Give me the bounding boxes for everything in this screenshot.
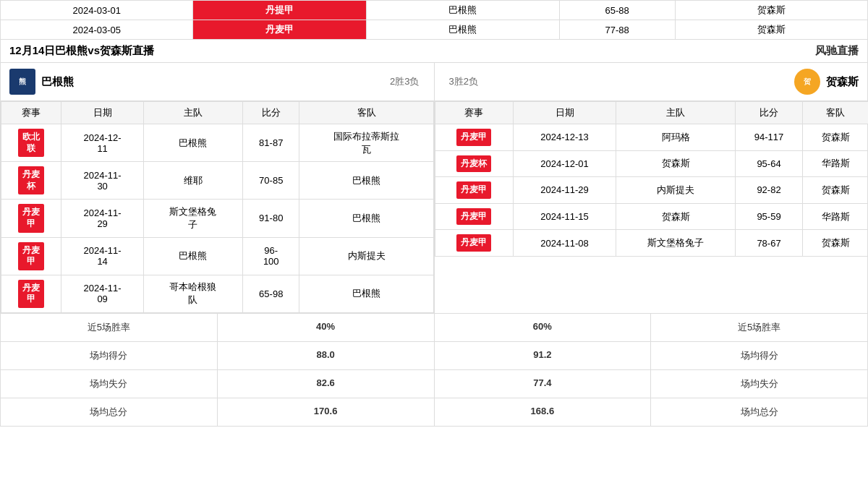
left-team-name: 巴根熊 xyxy=(41,75,74,89)
col-league: 赛事 xyxy=(1,102,61,124)
stats-value-left-avgscore: 88.0 xyxy=(218,342,435,369)
stats-section: 近5场胜率 40% 60% 近5场胜率 场均得分 88.0 91.2 场均得分 … xyxy=(0,314,868,427)
table-row: 丹麦甲 2024-11-09 哥本哈根狼队 65-98 巴根熊 xyxy=(1,275,434,312)
col-date: 日期 xyxy=(513,102,616,124)
away-cell: 巴根熊 xyxy=(299,162,434,200)
date-cell: 2024-11-14 xyxy=(61,237,143,275)
league-badge-cell: 丹麦甲 xyxy=(435,124,514,151)
stats-label-right-avgconcede: 场均失分 xyxy=(651,370,867,398)
stats-label-left-avgscore: 场均得分 xyxy=(1,342,218,369)
score-cell: 65-88 xyxy=(559,1,675,20)
league-badge-cell: 丹麦甲 xyxy=(1,275,61,312)
score-cell: 96-100 xyxy=(243,237,299,275)
col-home: 主队 xyxy=(143,102,242,124)
left-team-logo: 熊 xyxy=(9,69,35,95)
date-cell: 2024-03-01 xyxy=(1,1,193,20)
top-rows-table: 2024-03-01 丹提甲 巴根熊 65-88 贺森斯 2024-03-05 … xyxy=(0,0,868,40)
main-content: 赛事 日期 主队 比分 客队 欧北联 2024-12-11 巴根熊 81-87 … xyxy=(0,101,868,314)
score-cell: 77-88 xyxy=(559,20,675,40)
league-badge: 丹麦甲 xyxy=(456,129,491,146)
stats-row-avgtotal: 场均总分 170.6 168.6 场均总分 xyxy=(1,398,867,426)
score-cell: 65-98 xyxy=(243,275,299,312)
stats-value-right-avgscore: 91.2 xyxy=(435,342,652,369)
贺森斯-logo-icon: 贺 xyxy=(794,69,820,95)
barn熊-logo-icon: 熊 xyxy=(9,69,35,95)
league-badge-cell: 丹麦杯 xyxy=(1,162,61,200)
table-row: 丹麦甲 2024-12-13 阿玛格 94-117 贺森斯 xyxy=(435,124,869,151)
date-cell: 2024-11-15 xyxy=(513,203,616,230)
league-badge-cell: 丹麦甲 xyxy=(435,203,514,230)
date-cell: 2024-11-09 xyxy=(61,275,143,312)
away-cell: 巴根熊 xyxy=(299,275,434,312)
score-cell: 94-117 xyxy=(735,124,803,151)
score-cell: 70-85 xyxy=(243,162,299,200)
stats-value-right-winrate: 60% xyxy=(435,314,652,341)
stats-value-left-avgconcede: 82.6 xyxy=(218,370,435,398)
table-row: 丹麦甲 2024-11-15 贺森斯 95-59 华路斯 xyxy=(435,203,869,230)
table-row: 2024-03-01 丹提甲 巴根熊 65-88 贺森斯 xyxy=(1,1,868,20)
away-cell: 国际布拉蒂斯拉瓦 xyxy=(299,124,434,162)
stats-label-right-winrate: 近5场胜率 xyxy=(651,314,867,341)
stats-label-left-winrate: 近5场胜率 xyxy=(1,314,218,341)
table-row: 2024-03-05 丹麦甲 巴根熊 77-88 贺森斯 xyxy=(1,20,868,40)
league-badge-cell: 丹麦甲 xyxy=(1,237,61,275)
league-badge: 丹麦杯 xyxy=(456,155,491,173)
league-badge: 丹麦甲 xyxy=(456,234,491,252)
away-cell: 贺森斯 xyxy=(803,177,868,204)
col-score: 比分 xyxy=(243,102,299,124)
date-cell: 2024-11-29 xyxy=(513,177,616,204)
league-badge: 丹麦甲 xyxy=(18,204,44,232)
left-team-record: 2胜3负 xyxy=(390,75,425,88)
league-cell: 丹提甲 xyxy=(193,1,367,20)
stats-value-left-winrate: 40% xyxy=(218,314,435,341)
score-cell: 92-82 xyxy=(735,177,803,204)
table-header-row: 赛事 日期 主队 比分 客队 xyxy=(1,102,434,124)
home-cell: 斯文堡格兔子 xyxy=(616,230,735,257)
table-row: 丹麦杯 2024-12-01 贺森斯 95-64 华路斯 xyxy=(435,150,869,177)
date-cell: 2024-03-05 xyxy=(1,20,193,40)
home-cell: 贺森斯 xyxy=(616,203,735,230)
date-cell: 2024-11-29 xyxy=(61,200,143,237)
home-cell: 斯文堡格兔子 xyxy=(143,200,242,237)
stats-label-right-avgscore: 场均得分 xyxy=(651,342,867,369)
table-row: 丹麦甲 2024-11-14 巴根熊 96-100 内斯提夫 xyxy=(1,237,434,275)
left-team-block: 熊 巴根熊 2胜3负 xyxy=(1,63,434,100)
stats-row-winrate: 近5场胜率 40% 60% 近5场胜率 xyxy=(1,314,867,342)
right-team-logo: 贺 xyxy=(794,69,820,95)
away-cell: 贺森斯 xyxy=(675,20,867,40)
away-cell: 贺森斯 xyxy=(803,124,868,151)
stats-label-right-avgtotal: 场均总分 xyxy=(651,398,867,426)
home-cell: 阿玛格 xyxy=(616,124,735,151)
date-cell: 2024-12-13 xyxy=(513,124,616,151)
league-badge: 丹麦杯 xyxy=(18,166,44,194)
score-cell: 95-59 xyxy=(735,203,803,230)
date-cell: 2024-12-01 xyxy=(513,150,616,177)
home-cell: 巴根熊 xyxy=(143,237,242,275)
away-cell: 巴根熊 xyxy=(299,200,434,237)
stats-label-left-avgtotal: 场均总分 xyxy=(1,398,218,426)
right-team-block: 3胜2负 贺 贺森斯 xyxy=(435,63,868,100)
table-row: 丹麦甲 2024-11-29 斯文堡格兔子 91-80 巴根熊 xyxy=(1,200,434,237)
date-cell: 2024-11-08 xyxy=(513,230,616,257)
right-team-name: 贺森斯 xyxy=(826,75,859,89)
league-badge-cell: 丹麦甲 xyxy=(435,177,514,204)
away-cell: 贺森斯 xyxy=(803,230,868,257)
left-records-section: 赛事 日期 主队 比分 客队 欧北联 2024-12-11 巴根熊 81-87 … xyxy=(1,101,435,313)
league-badge-cell: 欧北联 xyxy=(1,124,61,162)
stats-row-avgconcede: 场均失分 82.6 77.4 场均失分 xyxy=(1,370,867,398)
right-team-record: 3胜2负 xyxy=(443,75,478,88)
right-records-section: 赛事 日期 主队 比分 客队 丹麦甲 2024-12-13 阿玛格 94-117… xyxy=(435,101,868,313)
league-badge-cell: 丹麦甲 xyxy=(1,200,61,237)
left-records-table: 赛事 日期 主队 比分 客队 欧北联 2024-12-11 巴根熊 81-87 … xyxy=(1,101,434,313)
away-cell: 华路斯 xyxy=(803,150,868,177)
col-league: 赛事 xyxy=(435,102,514,124)
away-cell: 华路斯 xyxy=(803,203,868,230)
home-cell: 巴根熊 xyxy=(367,1,559,20)
col-away: 客队 xyxy=(299,102,434,124)
stats-value-right-avgconcede: 77.4 xyxy=(435,370,652,398)
date-cell: 2024-12-11 xyxy=(61,124,143,162)
league-badge: 欧北联 xyxy=(18,129,44,157)
match-title: 12月14日巴根熊vs贺森斯直播 xyxy=(9,44,154,58)
away-cell: 内斯提夫 xyxy=(299,237,434,275)
league-badge: 丹麦甲 xyxy=(456,208,491,226)
